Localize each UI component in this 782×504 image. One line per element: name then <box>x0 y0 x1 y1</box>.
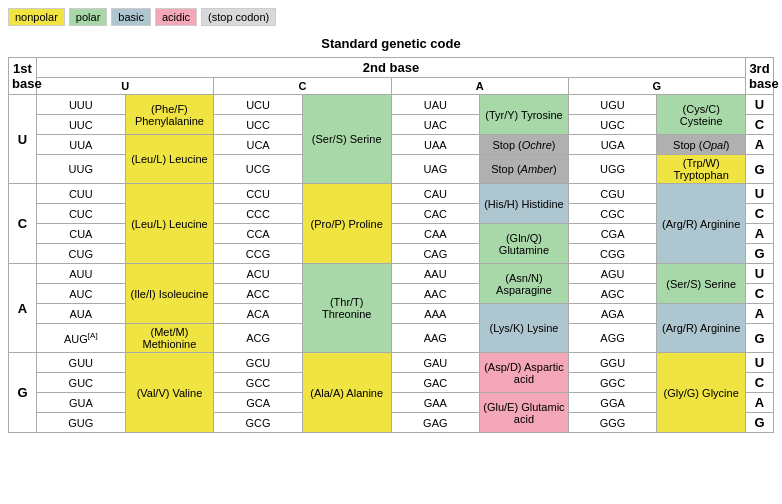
codon-acu: ACU <box>214 264 303 284</box>
amino-ser-a: (Ser/S) Serine <box>657 264 746 304</box>
codon-gag: GAG <box>391 413 480 433</box>
codon-ggc: GGC <box>568 373 657 393</box>
codon-cgc: CGC <box>568 204 657 224</box>
codon-gcu: GCU <box>214 353 303 373</box>
header-row-bases: U C A G <box>9 78 774 95</box>
codon-cua: CUA <box>37 224 126 244</box>
codon-uaa: UAA <box>391 135 480 155</box>
page-title: Standard genetic code <box>8 36 774 51</box>
genetic-code-table: 1stbase 2nd base 3rdbase U C A G U UUU (… <box>8 57 774 433</box>
codon-guc: GUC <box>37 373 126 393</box>
codon-gac: GAC <box>391 373 480 393</box>
third-base-u3: U <box>746 264 774 284</box>
codon-uua: UUA <box>37 135 126 155</box>
third-base-g1: G <box>746 155 774 184</box>
codon-uag: UAG <box>391 155 480 184</box>
first-base-c: C <box>9 184 37 264</box>
table-row: A AUU (Ile/I) Isoleucine ACU (Thr/T) Thr… <box>9 264 774 284</box>
codon-uca: UCA <box>214 135 303 155</box>
first-base-u: U <box>9 95 37 184</box>
codon-guu: GUU <box>37 353 126 373</box>
codon-ucc: UCC <box>214 115 303 135</box>
c-column-header: C <box>214 78 391 95</box>
amino-glu: (Glu/E) Glutamic acid <box>480 393 569 433</box>
codon-gga: GGA <box>568 393 657 413</box>
codon-gcc: GCC <box>214 373 303 393</box>
amino-stop-opal: Stop (Opal) <box>657 135 746 155</box>
codon-aau: AAU <box>391 264 480 284</box>
second-base-header: 2nd base <box>37 58 746 78</box>
codon-acg: ACG <box>214 324 303 353</box>
amino-asn: (Asn/N) Asparagine <box>480 264 569 304</box>
codon-uau: UAU <box>391 95 480 115</box>
third-base-u1: U <box>746 95 774 115</box>
codon-auc: AUC <box>37 284 126 304</box>
third-base-g4: G <box>746 413 774 433</box>
amino-stop-amber: Stop (Amber) <box>480 155 569 184</box>
amino-stop-ochre: Stop (Ochre) <box>480 135 569 155</box>
amino-val: (Val/V) Valine <box>125 353 214 433</box>
amino-met: (Met/M) Methionine <box>125 324 214 353</box>
codon-ggg: GGG <box>568 413 657 433</box>
third-base-g2: G <box>746 244 774 264</box>
legend: nonpolar polar basic acidic (stop codon) <box>8 8 774 26</box>
third-base-c4: C <box>746 373 774 393</box>
third-base-c3: C <box>746 284 774 304</box>
third-base-c1: C <box>746 115 774 135</box>
third-base-u4: U <box>746 353 774 373</box>
codon-uuu: UUU <box>37 95 126 115</box>
codon-gau: GAU <box>391 353 480 373</box>
first-base-a: A <box>9 264 37 353</box>
codon-uga: UGA <box>568 135 657 155</box>
codon-ucg: UCG <box>214 155 303 184</box>
third-base-g3: G <box>746 324 774 353</box>
codon-aaa: AAA <box>391 304 480 324</box>
table-row: UUG UCG UAG Stop (Amber) UGG (Trp/W) Try… <box>9 155 774 184</box>
amino-ala: (Ala/A) Alanine <box>302 353 391 433</box>
third-base-u2: U <box>746 184 774 204</box>
third-base-a1: A <box>746 135 774 155</box>
legend-nonpolar: nonpolar <box>8 8 65 26</box>
amino-phe: (Phe/F) Phenylalanine <box>125 95 214 135</box>
first-base-header: 1stbase <box>9 58 37 95</box>
codon-ggu: GGU <box>568 353 657 373</box>
codon-caa: CAA <box>391 224 480 244</box>
codon-ugc: UGC <box>568 115 657 135</box>
legend-stop: (stop codon) <box>201 8 276 26</box>
table-row: G GUU (Val/V) Valine GCU (Ala/A) Alanine… <box>9 353 774 373</box>
amino-cys: (Cys/C) Cysteine <box>657 95 746 135</box>
codon-ccc: CCC <box>214 204 303 224</box>
codon-aac: AAC <box>391 284 480 304</box>
table-row: C CUU (Leu/L) Leucine CCU (Pro/P) Prolin… <box>9 184 774 204</box>
amino-asp: (Asp/D) Aspartic acid <box>480 353 569 393</box>
amino-leu-c: (Leu/L) Leucine <box>125 184 214 264</box>
codon-uac: UAC <box>391 115 480 135</box>
first-base-g: G <box>9 353 37 433</box>
third-base-header: 3rdbase <box>746 58 774 95</box>
codon-ccu: CCU <box>214 184 303 204</box>
legend-polar: polar <box>69 8 107 26</box>
amino-arg-c: (Arg/R) Arginine <box>657 184 746 264</box>
amino-gly: (Gly/G) Glycine <box>657 353 746 433</box>
codon-aag: AAG <box>391 324 480 353</box>
codon-uug: UUG <box>37 155 126 184</box>
third-base-a3: A <box>746 304 774 324</box>
codon-cga: CGA <box>568 224 657 244</box>
amino-tyr: (Tyr/Y) Tyrosine <box>480 95 569 135</box>
codon-agu: AGU <box>568 264 657 284</box>
codon-aua: AUA <box>37 304 126 324</box>
amino-his: (His/H) Histidine <box>480 184 569 224</box>
amino-thr: (Thr/T) Threonine <box>302 264 391 353</box>
codon-agg: AGG <box>568 324 657 353</box>
codon-ccg: CCG <box>214 244 303 264</box>
codon-gca: GCA <box>214 393 303 413</box>
header-row-top: 1stbase 2nd base 3rdbase <box>9 58 774 78</box>
codon-aca: ACA <box>214 304 303 324</box>
codon-gua: GUA <box>37 393 126 413</box>
codon-ugu: UGU <box>568 95 657 115</box>
third-base-a2: A <box>746 224 774 244</box>
amino-leu-u: (Leu/L) Leucine <box>125 135 214 184</box>
u-column-header: U <box>37 78 214 95</box>
amino-arg-a: (Arg/R) Arginine <box>657 304 746 353</box>
codon-cgu: CGU <box>568 184 657 204</box>
